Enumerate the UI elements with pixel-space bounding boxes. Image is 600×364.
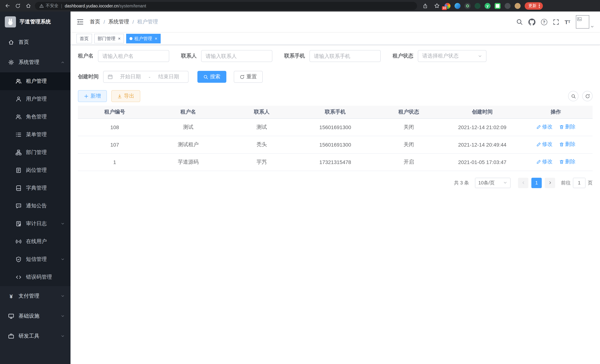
browser-menu-icon[interactable] [539,4,540,8]
tab-tenant[interactable]: 租户管理 × [126,34,161,43]
sidebar-item-sms[interactable]: 短信管理 [0,251,71,268]
tab-label: 首页 [80,36,89,42]
refresh-table-button[interactable] [582,91,593,101]
toggle-search-button[interactable] [568,91,579,101]
tab-close-icon[interactable]: × [154,36,157,41]
sidebar-toggle-icon[interactable] [76,18,84,26]
sidebar-item-dict[interactable]: 字典管理 [0,179,71,197]
fullscreen-icon[interactable] [553,19,559,25]
bookmark-star-icon[interactable] [433,2,441,9]
rabbit-icon [7,18,14,26]
security-label: 不安全 [46,3,58,9]
tenant-table: 租户编号 租户名 联系人 联系手机 租户状态 创建时间 操作 108 测试 [78,106,593,171]
reload-icon[interactable] [14,2,21,9]
extension-icon-2[interactable] [455,3,460,9]
sidebar-item-system[interactable]: 系统管理 [0,52,71,72]
add-button[interactable]: 新增 [78,90,107,102]
back-icon[interactable] [4,2,11,9]
contact-input[interactable] [201,50,272,62]
extension-icon-8[interactable] [515,3,521,9]
reset-button[interactable]: 重置 [234,71,263,83]
cell-created: 2021-01-05 17:03:47 [445,153,519,171]
help-icon[interactable]: ? [541,19,547,25]
breadcrumb-home[interactable]: 首页 [90,19,100,25]
home-icon[interactable] [25,2,32,9]
sidebar-item-post[interactable]: 岗位管理 [0,161,71,179]
edit-link[interactable]: 修改 [536,124,553,131]
page-number-1[interactable]: 1 [531,177,542,188]
github-icon[interactable] [528,18,535,25]
url-bar[interactable]: 不安全 | dashboard.yudao.iocoder.cn/system/… [35,2,417,10]
browser-update-button[interactable]: 更新 [525,2,543,9]
edit-link[interactable]: 修改 [536,159,553,165]
breadcrumb-separator: / [103,19,105,25]
tab-label: 租户管理 [134,36,152,42]
chevron-down-icon [61,222,65,226]
sidebar-item-online-user[interactable]: 在线用户 [0,233,71,251]
filter-create-time: 创建时间 开始日期 - 结束日期 [78,71,188,83]
edit-link[interactable]: 修改 [536,141,553,148]
tenant-name-input-field[interactable] [103,53,165,59]
prev-page-button[interactable] [518,177,528,188]
extension-icon-3[interactable] [465,3,470,9]
sidebar-item-infra[interactable]: 基础设施 [0,306,71,326]
delete-link[interactable]: 删除 [559,159,575,165]
export-button[interactable]: 导出 [111,90,140,102]
search-button[interactable]: 搜索 [197,71,226,83]
tags-bar: 首页 部门管理 × 租户管理 × [71,32,600,45]
avatar[interactable] [576,15,589,28]
header-search-icon[interactable] [516,19,523,25]
cell-tenant-id: 107 [78,136,151,153]
sidebar-item-notice[interactable]: 通知公告 [0,197,71,215]
chevron-right-icon [548,181,552,185]
font-size-icon[interactable]: TT [564,19,570,25]
edit-icon [536,142,541,147]
chevron-down-icon [61,334,65,338]
security-warning-icon[interactable]: 不安全 [39,3,58,9]
mobile-input[interactable] [309,50,381,62]
goto-page-input[interactable] [573,177,586,188]
delete-label: 删除 [565,159,575,165]
navbar-right: ? TT [516,15,594,28]
notice-comment-icon [16,203,21,209]
audit-log-icon [16,221,21,227]
tab-close-icon[interactable]: × [117,36,121,41]
extension-icon-6[interactable] [495,3,501,9]
delete-link[interactable]: 删除 [559,141,575,148]
extension-badge: 10 [442,6,447,10]
sidebar-item-error-code[interactable]: 错误码管理 [0,268,71,286]
sidebar-item-dev-tools[interactable]: 研发工具 [0,326,71,346]
extension-icon-4[interactable] [475,3,480,9]
sidebar-item-home[interactable]: 首页 [0,32,71,52]
status-select[interactable]: 请选择租户状态 [418,50,487,62]
mobile-input-field[interactable] [314,53,376,59]
filter-contact: 联系人 [181,50,272,62]
extension-icon-7[interactable] [505,3,511,9]
delete-link[interactable]: 删除 [559,124,575,131]
sidebar-item-dept[interactable]: 部门管理 [0,144,71,161]
sidebar-item-role[interactable]: 角色管理 [0,108,71,126]
delete-label: 删除 [565,141,575,148]
cell-created: 2021-12-14 21:02:09 [445,118,519,136]
sidebar-item-menu[interactable]: 菜单管理 [0,126,71,144]
extension-icon-1[interactable]: 10 [445,3,450,9]
page-unit-label: 页 [588,179,593,186]
breadcrumb-system[interactable]: 系统管理 [108,19,129,25]
sidebar-item-pay[interactable]: ¥ 支付管理 [0,286,71,306]
sidebar-item-audit-log[interactable]: 审计日志 [0,215,71,233]
next-page-button[interactable] [545,177,555,188]
contact-input-field[interactable] [206,53,268,59]
extension-icon-5[interactable]: y [485,3,490,9]
user-menu[interactable] [576,15,594,28]
sidebar-logo[interactable]: 芋道管理系统 [0,11,71,32]
sidebar-item-tenant[interactable]: 租户管理 [0,72,71,90]
table-row: 1 芋道源码 芋艿 17321315478 开启 2021-01-05 17:0… [78,153,593,171]
share-icon[interactable] [422,2,429,9]
tab-home[interactable]: 首页 [76,34,92,43]
tab-dept[interactable]: 部门管理 × [94,34,124,43]
tenant-name-input[interactable] [98,50,169,62]
sidebar-item-user[interactable]: 用户管理 [0,90,71,108]
cell-tenant-id: 1 [78,153,151,171]
date-range-picker[interactable]: 开始日期 - 结束日期 [103,71,188,83]
page-size-select[interactable]: 10条/页 [475,177,511,188]
